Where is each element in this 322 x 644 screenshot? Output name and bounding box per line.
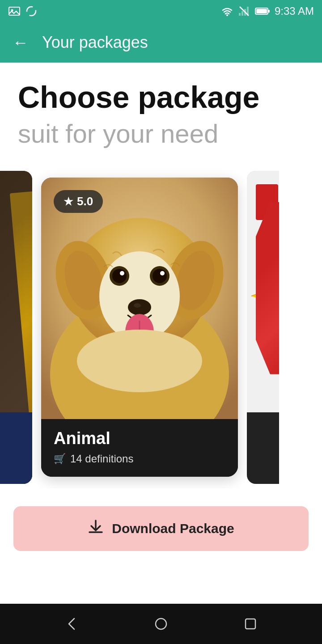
svg-point-30 bbox=[77, 330, 202, 392]
card-center-inner[interactable]: ★ 5.0 Animal 🛒 14 definitions bbox=[41, 178, 238, 477]
card-right-bottom bbox=[247, 412, 279, 484]
signal-icon bbox=[238, 5, 250, 17]
svg-rect-32 bbox=[256, 184, 278, 220]
cart-icon: 🛒 bbox=[54, 453, 66, 465]
svg-rect-5 bbox=[242, 11, 243, 16]
svg-rect-4 bbox=[239, 13, 241, 16]
main-content: Choose package suit for your need bbox=[0, 63, 322, 604]
download-section: Download Package bbox=[0, 493, 322, 564]
svg-point-24 bbox=[120, 271, 124, 275]
dog-image bbox=[41, 178, 238, 419]
card-left-partial-wrapper bbox=[0, 171, 32, 484]
status-bar: 9:33 AM bbox=[0, 0, 322, 22]
main-heading: Choose package bbox=[18, 80, 304, 114]
battery-icon bbox=[255, 5, 270, 17]
svg-point-23 bbox=[153, 269, 167, 283]
app-bar-title: Your packages bbox=[42, 33, 148, 52]
svg-rect-35 bbox=[246, 619, 255, 629]
sync-icon bbox=[25, 5, 38, 17]
right-card-image bbox=[247, 171, 279, 412]
cards-carousel: ★ 5.0 Animal 🛒 14 definitions bbox=[0, 166, 322, 488]
card-info: Animal 🛒 14 definitions bbox=[41, 419, 238, 477]
status-bar-left-icons bbox=[8, 5, 38, 17]
sub-heading: suit for your need bbox=[18, 119, 304, 148]
svg-point-25 bbox=[160, 271, 165, 275]
star-icon: ★ bbox=[64, 195, 73, 208]
app-bar: ← Your packages bbox=[0, 22, 322, 63]
svg-point-26 bbox=[128, 299, 151, 315]
rating-badge: ★ 5.0 bbox=[54, 190, 103, 213]
card-right-partial-wrapper bbox=[247, 171, 279, 484]
card-title: Animal bbox=[54, 429, 225, 448]
recents-nav-button[interactable] bbox=[237, 610, 264, 637]
clock: 9:33 AM bbox=[275, 5, 314, 17]
svg-point-3 bbox=[226, 14, 228, 16]
card-meta: 🛒 14 definitions bbox=[54, 453, 225, 465]
heading-section: Choose package suit for your need bbox=[0, 80, 322, 148]
card-right-partial-inner bbox=[247, 171, 279, 484]
home-nav-button[interactable] bbox=[148, 610, 174, 637]
card-definitions: 14 definitions bbox=[70, 453, 133, 465]
wifi-icon bbox=[221, 5, 233, 17]
svg-point-27 bbox=[134, 303, 141, 308]
rating-value: 5.0 bbox=[77, 195, 93, 208]
svg-point-2 bbox=[27, 7, 36, 16]
svg-rect-0 bbox=[9, 7, 20, 15]
download-button[interactable]: Download Package bbox=[13, 506, 309, 551]
back-button[interactable]: ← bbox=[13, 34, 29, 51]
back-nav-button[interactable] bbox=[58, 610, 85, 637]
status-bar-right-icons: 9:33 AM bbox=[221, 5, 314, 17]
card-left-bottom bbox=[0, 412, 32, 484]
photo-icon bbox=[8, 5, 21, 17]
card-right-partial[interactable] bbox=[247, 171, 279, 484]
svg-rect-10 bbox=[256, 9, 267, 13]
svg-point-34 bbox=[156, 619, 166, 629]
bottom-nav bbox=[0, 604, 322, 644]
card-left-partial[interactable] bbox=[0, 171, 32, 484]
card-image: ★ 5.0 bbox=[41, 178, 238, 419]
download-button-label: Download Package bbox=[112, 521, 234, 536]
svg-point-22 bbox=[112, 269, 127, 283]
svg-rect-11 bbox=[268, 10, 270, 13]
center-card[interactable]: ★ 5.0 Animal 🛒 14 definitions bbox=[32, 178, 247, 477]
download-icon bbox=[88, 519, 104, 538]
